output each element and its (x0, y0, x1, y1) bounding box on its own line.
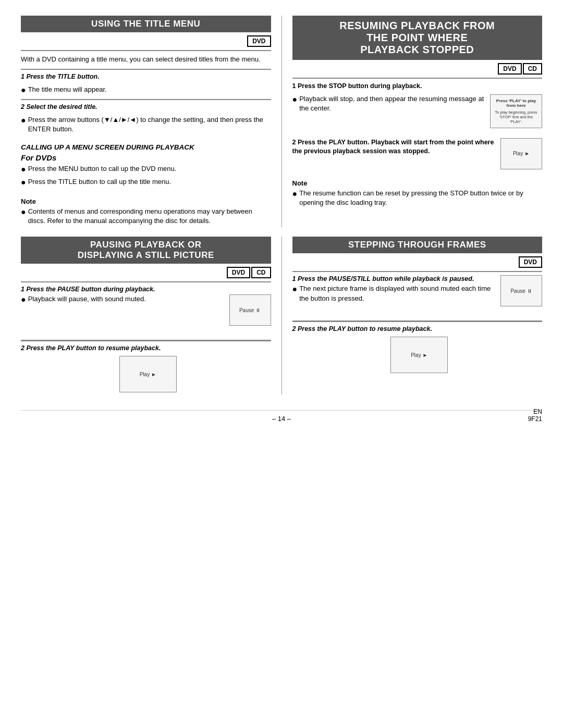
step1-bullet-text: The title menu will appear. (28, 85, 107, 94)
play-screen-text: Play ► (513, 151, 530, 156)
calling-up-title: CALLING UP A MENU SCREEN DURING PLAYBACK (21, 143, 271, 151)
bottom-left-step1-content: Pause ⏸ ● Playback will pause, with soun… (21, 294, 271, 328)
page-code: EN 9F21 (528, 408, 542, 423)
bottom-left-play-screen-wrapper: Play ► (21, 356, 271, 394)
divider2 (21, 69, 271, 70)
bottom-left-column: PAUSING PLAYBACK OR DISPLAYING A STILL P… (21, 237, 282, 394)
bottom-left-step1-bullet: ● Playback will pause, with sound muted. (21, 294, 225, 305)
dvd-badge-left: DVD (247, 35, 271, 47)
step2-bullet: ● Press the arrow buttons (▼/▲/►/◄) to c… (21, 115, 271, 134)
bottom-left-step2-label: 2 Press the PLAY button to resume playba… (21, 344, 271, 352)
bottom-right-step2-label: 2 Press the PLAY button to resume playba… (292, 325, 543, 332)
step2-bullet-text: Press the arrow buttons (▼/▲/►/◄) to cha… (28, 115, 271, 134)
left-column: USING THE TITLE MENU DVD With a DVD cont… (21, 16, 282, 227)
dvd-badge-bottom-left: DVD (227, 267, 250, 278)
bottom-right-step1-content: Pause ⏸ 1 Press the PAUSE/STILL button w… (292, 275, 543, 309)
dvd-badge-bottom-right: DVD (519, 256, 542, 268)
bottom-left-step1-label: 1 Press the PAUSE button during playback… (21, 286, 271, 293)
bottom-left-divider1 (21, 281, 271, 282)
resuming-heading: RESUMING PLAYBACK FROM THE POINT WHERE P… (292, 16, 543, 60)
page: USING THE TITLE MENU DVD With a DVD cont… (21, 16, 542, 423)
bottom-right-play-screen-wrapper: Play ► (292, 337, 543, 375)
right-step1-bullet: ● Playback will stop, and then appear th… (292, 94, 486, 113)
screen-line2: To play beginning, press 'STOP' first an… (493, 110, 539, 124)
step1-bullet: ● The title menu will appear. (21, 85, 271, 96)
right-badge-row: DVD CD (292, 63, 543, 75)
pause-screen-text-right: Pause ⏸ (510, 288, 532, 294)
calling-bullet2-text: Press the TITLE button to call up the ti… (28, 177, 171, 187)
right-step2-content: Play ► 2 Press the PLAY button. Playback… (292, 138, 543, 171)
right-divider1 (292, 78, 543, 79)
bottom-left-divider2 (21, 340, 271, 341)
bottom-sections: PAUSING PLAYBACK OR DISPLAYING A STILL P… (21, 237, 542, 394)
play-screen-bottom-right: Play ► (390, 337, 448, 373)
stop-screen: Press 'PLAY' to play from here To play b… (490, 94, 542, 128)
page-number: – 14 – (272, 415, 291, 423)
note-bullet-left: ● Contents of menus and corresponding me… (21, 207, 271, 226)
pause-screen-left: Pause ⏸ (229, 294, 271, 326)
play-screen: Play ► (500, 138, 542, 169)
divider1 (21, 50, 271, 51)
right-step1-bullet-text: Playback will stop, and then appear the … (299, 94, 486, 113)
pause-screen-right: Pause ⏸ (500, 275, 542, 306)
right-step1-content: Press 'PLAY' to play from here To play b… (292, 94, 543, 130)
top-sections: USING THE TITLE MENU DVD With a DVD cont… (21, 16, 542, 227)
bottom-right-column: STEPPING THROUGH FRAMES DVD Pause ⏸ 1 Pr… (282, 237, 543, 394)
title-menu-heading: USING THE TITLE MENU (21, 16, 271, 32)
calling-bullet1-text: Press the MENU button to call up the DVD… (28, 164, 177, 174)
bottom-left-badge-row: DVD CD (21, 267, 271, 278)
right-column: RESUMING PLAYBACK FROM THE POINT WHERE P… (282, 16, 543, 227)
bottom-right-divider2 (292, 320, 543, 322)
page-footer: – 14 – EN 9F21 (21, 410, 542, 423)
step2-label: 2 Select the desired title. (21, 103, 97, 110)
dvd-badge-right: DVD (498, 63, 521, 75)
bottom-right-badge-row: DVD (292, 256, 543, 268)
step1-label: 1 Press the TITLE button. (21, 73, 100, 80)
calling-bullet2: ● Press the TITLE button to call up the … (21, 177, 271, 188)
note-text-left: Contents of menus and corresponding menu… (28, 207, 271, 226)
bottom-right-step1-bullet-text: The next picture frame is displayed with… (299, 284, 496, 303)
bottom-right-step1-bullet: ● The next picture frame is displayed wi… (292, 284, 497, 303)
en-code: EN (528, 408, 542, 415)
left-badge-row: DVD (21, 35, 271, 47)
step1-row: 1 Press the TITLE button. (21, 73, 271, 82)
pausing-heading: PAUSING PLAYBACK OR DISPLAYING A STILL P… (21, 237, 271, 264)
for-dvds-title: For DVDs (21, 153, 271, 162)
step2-row: 2 Select the desired title. (21, 103, 271, 112)
divider3 (21, 99, 271, 100)
right-step1-label: 1 Press the STOP button during playback. (292, 82, 422, 91)
bottom-right-divider1 (292, 271, 543, 272)
intro-text: With a DVD containing a title menu, you … (21, 54, 271, 65)
play-screen-bottom-left: Play ► (119, 356, 177, 392)
cd-badge-bottom-left: CD (251, 267, 271, 278)
cd-badge-right: CD (523, 63, 542, 75)
note-label-right: Note (292, 179, 543, 187)
note-label-left: Note (21, 198, 271, 205)
bottom-left-step1-bullet-text: Playback will pause, with sound muted. (28, 294, 146, 304)
play-screen-text-br: Play ► (411, 352, 427, 358)
right-step1-row: 1 Press the STOP button during playback. (292, 82, 543, 91)
model-code: 9F21 (528, 415, 542, 423)
calling-bullet1: ● Press the MENU button to call up the D… (21, 164, 271, 175)
note-bullet-right: ● The resume function can be reset by pr… (292, 189, 543, 207)
screen-line1: Press 'PLAY' to play from here (493, 98, 539, 108)
pause-screen-text-left: Pause ⏸ (239, 307, 261, 313)
play-screen-text-bl: Play ► (140, 372, 156, 377)
note-text-right: The resume function can be reset by pres… (299, 189, 542, 207)
stepping-heading: STEPPING THROUGH FRAMES (292, 237, 543, 253)
